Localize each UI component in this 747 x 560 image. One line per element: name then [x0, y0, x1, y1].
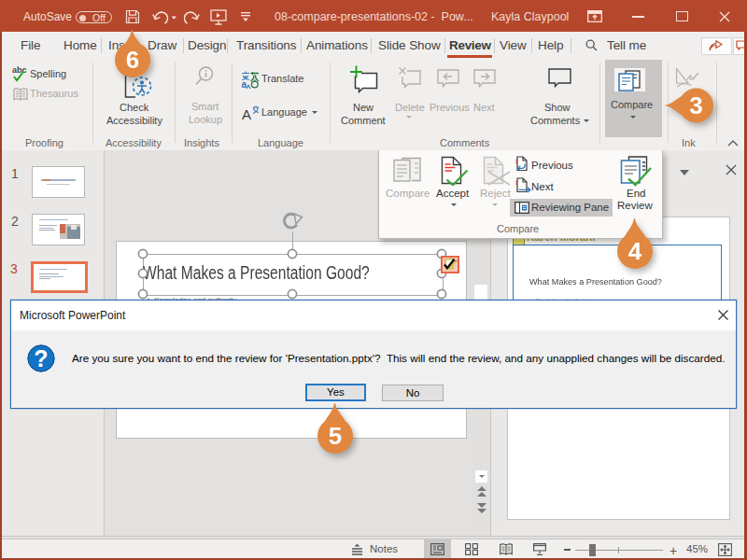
svg-text:a: a — [242, 79, 247, 90]
svg-text:5: 5 — [329, 422, 342, 450]
svg-text:4: 4 — [628, 237, 642, 265]
svg-text:6: 6 — [126, 46, 139, 74]
svg-text:3: 3 — [689, 91, 702, 119]
svg-text:abc: abc — [12, 65, 27, 75]
svg-text:A: A — [242, 106, 251, 121]
svg-text:?: ? — [34, 345, 48, 371]
